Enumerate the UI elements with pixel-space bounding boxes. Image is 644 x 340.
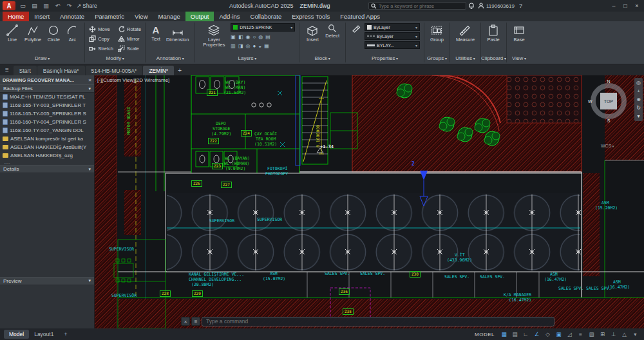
measure-button[interactable]: Measure (454, 23, 477, 43)
help-search[interactable] (368, 2, 466, 10)
customization-icon[interactable]: ▾ (630, 330, 640, 339)
osnap-icon[interactable]: ▣ (554, 330, 564, 339)
annotation-scale-icon[interactable]: △ (620, 330, 629, 339)
panel-title-view[interactable]: View (507, 55, 531, 64)
wcs-menu[interactable]: WCS (601, 144, 614, 148)
layer-tool-icon[interactable]: ◒ (258, 43, 261, 49)
viewport-controls[interactable]: [-][Custom View][2D Wireframe] (97, 77, 169, 83)
zoom-icon[interactable]: ⊕ (636, 97, 641, 102)
layer-tool-icon[interactable]: ◧ (238, 34, 243, 40)
dimension-button[interactable]: Dimension (164, 23, 191, 43)
panel-title-properties[interactable]: Properties (346, 55, 424, 64)
layer-tool-icon[interactable]: ▦ (264, 43, 269, 49)
tab-home[interactable]: Home (3, 12, 29, 21)
tab-featured-apps[interactable]: Featured Apps (335, 12, 385, 21)
save-icon[interactable]: ▥ (42, 0, 50, 12)
layer-tool-icon[interactable]: ▥ (231, 43, 236, 49)
grid-icon[interactable]: ▦ (499, 330, 509, 339)
layer-properties-button[interactable]: Layer Properties (199, 23, 229, 49)
layer-tool-icon[interactable]: ◍ (258, 34, 263, 40)
panel-title-draw[interactable]: Draw (0, 55, 84, 64)
base-button[interactable]: Base (511, 23, 527, 43)
ortho-icon[interactable]: ∟ (521, 330, 531, 339)
navbar-more-icon[interactable]: ▾ (637, 113, 639, 119)
polar-tracking-icon[interactable]: ∠ (532, 330, 542, 339)
backup-file-item[interactable]: ASELSAN kompresör isi geri ka (0, 135, 94, 143)
viewcube-top-face[interactable]: TOP (600, 93, 617, 109)
tab-manage[interactable]: Manage (153, 12, 185, 21)
panel-title-annotation[interactable]: Annotation (146, 55, 194, 64)
close-button[interactable]: × (631, 0, 643, 12)
filetab-zemin[interactable]: ZEMİN* (143, 66, 174, 75)
lineweight-dropdown[interactable]: BYLAY... (365, 41, 420, 49)
help-icon[interactable]: ? (519, 0, 522, 12)
backup-file-item[interactable]: M04,E+H TEMIZSU TESISAT PL (0, 93, 94, 101)
viewcube-south[interactable]: S (607, 118, 611, 123)
redo-icon[interactable]: ↷ (65, 0, 73, 12)
viewcube-north[interactable]: N (607, 79, 610, 84)
tab-addins[interactable]: Add-ins (214, 12, 245, 21)
backup-file-item[interactable]: 1168-165-TY-005_SPRINKLER S (0, 109, 94, 118)
new-icon[interactable]: ▭ (19, 0, 27, 12)
transparency-icon[interactable]: ▨ (587, 330, 596, 339)
panel-title-groups[interactable]: Groups (424, 55, 450, 64)
current-layer-dropdown[interactable]: DN125-SPRİNK (231, 23, 295, 32)
navigation-wheel-icon[interactable]: ◎ (636, 80, 641, 86)
isodraft-icon[interactable]: ◇ (543, 330, 553, 339)
move-button[interactable]: Move (89, 25, 113, 33)
backup-file-item[interactable]: ASELSAN HAKKEDİŞ_ozg (0, 151, 94, 160)
selection-cycling-icon[interactable]: ⊞ (598, 330, 607, 339)
snap-icon[interactable]: ▤ (510, 330, 520, 339)
backup-file-item[interactable]: 1168-160-TY-007_YANGIN DOL (0, 126, 94, 135)
autocad-logo[interactable]: A (3, 1, 15, 10)
polyline-button[interactable]: Polyline (23, 23, 43, 43)
model-tab[interactable]: Model (4, 330, 29, 339)
panel-title-layers[interactable]: Layers (195, 55, 299, 64)
minimize-button[interactable]: – (608, 0, 620, 12)
copy-button[interactable]: Copy (89, 35, 113, 43)
linetype-dropdown[interactable]: ByLayer (365, 32, 420, 40)
tab-view[interactable]: View (129, 12, 153, 21)
snap-tracking-icon[interactable]: ◿ (565, 330, 574, 339)
tab-output[interactable]: Output (185, 12, 214, 21)
mirror-button[interactable]: Mirror (118, 35, 141, 43)
filetab-514-hb-mu-005a[interactable]: 514-HB-MU-005A* (86, 66, 143, 75)
notification-bell-icon[interactable] (468, 3, 475, 9)
circle-button[interactable]: Circle (45, 23, 62, 43)
layer-tool-icon[interactable]: ● (252, 43, 256, 49)
panel-title-block[interactable]: Block (299, 55, 345, 64)
command-customize-icon[interactable]: ≡ (191, 317, 200, 326)
viewcube[interactable]: TOP N W S (588, 80, 629, 122)
undo-icon[interactable]: ↶ (53, 0, 62, 12)
panel-title-modify[interactable]: Modify (85, 55, 145, 64)
palette-close-icon[interactable]: × (88, 77, 91, 83)
command-close-icon[interactable]: × (181, 317, 190, 326)
new-drawing-tab-button[interactable]: + (175, 66, 185, 75)
backup-file-item[interactable]: 1168-165-TY-003_SPRINKLER T (0, 101, 94, 109)
backup-file-item[interactable]: ASELSAN HAKKEDİŞ AssBuilt(Y (0, 143, 94, 151)
text-button[interactable]: A Text (149, 23, 162, 42)
viewcube-west[interactable]: W (588, 99, 592, 104)
backup-file-item[interactable]: 1168-160-TY-004_SPRINKLER S (0, 118, 94, 126)
group-button[interactable]: Group (428, 23, 446, 43)
new-layout-button[interactable]: + (59, 330, 72, 339)
tab-annotate[interactable]: Annotate (55, 12, 90, 21)
share-button[interactable]: ↗ Share (77, 3, 97, 9)
drawing-viewport[interactable]: [-][Custom View][2D Wireframe] Z21 WC (B… (95, 75, 644, 328)
dynamic-ucs-icon[interactable]: ⊥ (609, 330, 618, 339)
layer-tool-icon[interactable]: ◉ (245, 34, 250, 40)
command-input-box[interactable] (202, 317, 554, 326)
maximize-button[interactable]: □ (620, 0, 631, 12)
line-button[interactable]: Line (4, 23, 21, 43)
insert-button[interactable]: Insert (303, 23, 321, 43)
tab-collaborate[interactable]: Collaborate (245, 12, 287, 21)
preview-header[interactable]: Preview (0, 277, 94, 285)
panel-title-clipboard[interactable]: Clipboard (481, 55, 506, 64)
layout1-tab[interactable]: Layout1 (29, 330, 59, 339)
backup-files-header[interactable]: Backup Files (0, 84, 94, 93)
stretch-button[interactable]: Stretch (89, 44, 113, 53)
search-input[interactable] (379, 3, 464, 9)
layer-tool-icon[interactable]: ◎ (245, 43, 250, 49)
palette-header[interactable]: DRAWING RECOVERY MANA... × (0, 75, 94, 84)
layer-tool-icon[interactable]: ▤ (265, 34, 270, 40)
